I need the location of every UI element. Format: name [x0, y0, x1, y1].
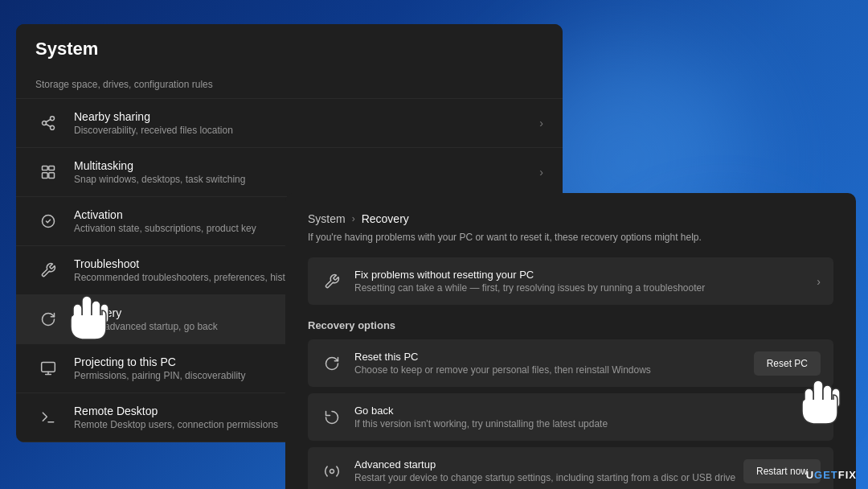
multitasking-subtitle: Snap windows, desktops, task switching [74, 174, 539, 185]
svg-rect-7 [43, 173, 48, 179]
nearby-sharing-text: Nearby sharing Discoverability, received… [74, 110, 539, 136]
multitasking-title: Multitasking [74, 159, 539, 172]
watermark-fix: FIX [838, 469, 857, 481]
recovery-options-label: Recovery options [308, 319, 833, 331]
fix-problems-row[interactable]: Fix problems without resetting your PC R… [308, 257, 833, 305]
watermark: UGETFIX [806, 469, 857, 481]
svg-line-3 [46, 124, 51, 126]
breadcrumb-parent: System [308, 212, 346, 225]
reset-pc-icon [321, 352, 343, 375]
advanced-startup-icon [321, 460, 343, 483]
recovery-description: If you're having problems with your PC o… [308, 232, 833, 243]
goback-icon [321, 406, 343, 429]
activation-icon [35, 208, 61, 234]
breadcrumb: System › Recovery [308, 212, 833, 225]
multitask-icon [35, 159, 61, 185]
watermark-u: U [806, 469, 814, 481]
nearby-sharing-title: Nearby sharing [74, 110, 539, 123]
wrench-icon [35, 257, 61, 283]
svg-point-12 [330, 469, 334, 473]
sidebar-item-nearby-sharing[interactable]: Nearby sharing Discoverability, received… [16, 99, 563, 148]
system-title: System [35, 39, 543, 60]
svg-rect-10 [42, 363, 55, 372]
recovery-icon [35, 306, 61, 332]
recovery-panel: System › Recovery If you're having probl… [285, 193, 856, 489]
svg-rect-6 [49, 166, 55, 171]
svg-rect-8 [49, 173, 55, 179]
nearby-sharing-subtitle: Discoverability, received files location [74, 125, 539, 136]
sidebar-item-multitasking[interactable]: Multitasking Snap windows, desktops, tas… [16, 148, 563, 197]
svg-line-4 [46, 119, 51, 121]
go-back-title: Go back [354, 405, 821, 417]
breadcrumb-separator: › [352, 213, 355, 224]
reset-pc-title: Reset this PC [354, 351, 754, 363]
share-icon [35, 110, 61, 136]
watermark-get: GET [814, 469, 838, 481]
svg-rect-5 [43, 166, 48, 171]
advanced-startup-title: Advanced startup [354, 458, 743, 471]
system-panel-header: System [16, 24, 563, 69]
fix-problems-text: Fix problems without resetting your PC R… [354, 269, 817, 294]
nearby-sharing-chevron: › [539, 117, 543, 129]
storage-item[interactable]: Storage space, drives, configuration rul… [16, 69, 563, 99]
go-back-subtitle: If this version isn't working, try unins… [354, 418, 821, 429]
multitasking-chevron: › [539, 166, 543, 179]
go-back-text: Go back If this version isn't working, t… [354, 405, 821, 429]
fix-problems-subtitle: Resetting can take a while — first, try … [354, 282, 817, 294]
breadcrumb-current: Recovery [362, 212, 409, 225]
reset-pc-row: Reset this PC Choose to keep or remove y… [308, 339, 833, 387]
multitasking-text: Multitasking Snap windows, desktops, tas… [74, 159, 539, 185]
project-icon [35, 355, 61, 381]
fix-problems-icon [321, 270, 343, 293]
advanced-startup-subtitle: Restart your device to change startup se… [354, 472, 743, 483]
reset-pc-text: Reset this PC Choose to keep or remove y… [354, 351, 754, 376]
remote-icon [35, 405, 61, 430]
advanced-startup-text: Advanced startup Restart your device to … [354, 458, 743, 483]
reset-pc-subtitle: Choose to keep or remove your personal f… [354, 364, 754, 376]
advanced-startup-row: Advanced startup Restart your device to … [308, 447, 833, 489]
reset-pc-button[interactable]: Reset PC [754, 351, 821, 376]
fix-problems-title: Fix problems without resetting your PC [354, 269, 817, 281]
fix-problems-chevron: › [817, 275, 821, 288]
storage-subtitle: Storage space, drives, configuration rul… [35, 79, 213, 90]
go-back-row: Go back If this version isn't working, t… [308, 393, 833, 441]
